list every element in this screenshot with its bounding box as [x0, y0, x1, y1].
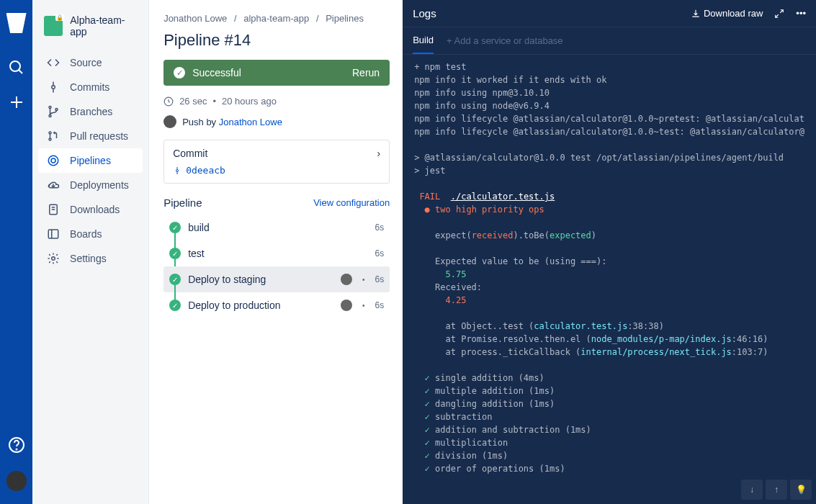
- step-success-icon: ✓: [169, 248, 181, 259]
- repo-avatar-icon: [44, 16, 63, 36]
- push-info: Push by Jonathon Lowe: [163, 115, 390, 128]
- commit-icon: [173, 166, 181, 175]
- pipeline-step[interactable]: ✓Deploy to staging•6s: [163, 266, 390, 292]
- branch-icon: [47, 105, 60, 118]
- rerun-button[interactable]: Rerun: [352, 67, 380, 78]
- sidebar-item-label: Branches: [70, 106, 112, 117]
- step-time: 6s: [375, 222, 384, 233]
- svg-point-11: [55, 109, 58, 111]
- add-service-button[interactable]: + Add a service or database: [447, 35, 563, 46]
- clock-icon: [163, 96, 174, 107]
- logs-footer: ↓ ↑ 💡: [403, 475, 816, 504]
- step-name: build: [188, 222, 367, 233]
- dl-icon: [47, 203, 60, 216]
- user-avatar[interactable]: [6, 471, 27, 491]
- pipeline-step[interactable]: ✓test6s: [163, 240, 390, 266]
- svg-point-24: [176, 169, 179, 171]
- logs-header: Logs Download raw •••: [403, 0, 816, 27]
- bitbucket-logo-icon[interactable]: [6, 13, 27, 33]
- step-name: test: [188, 248, 367, 259]
- lightbulb-icon[interactable]: 💡: [790, 480, 812, 500]
- step-success-icon: ✓: [169, 222, 181, 233]
- svg-point-15: [48, 156, 58, 166]
- ago-text: 20 hours ago: [222, 96, 277, 107]
- svg-point-12: [49, 132, 51, 134]
- sidebar-item-pull-requests[interactable]: Pull requests: [38, 124, 143, 148]
- sidebar-item-label: Source: [70, 57, 102, 68]
- success-check-icon: ✓: [174, 67, 185, 78]
- commit-icon: [47, 81, 60, 94]
- sidebar-item-downloads[interactable]: Downloads: [38, 197, 143, 222]
- download-raw-button[interactable]: Download raw: [691, 8, 763, 19]
- sidebar-item-branches[interactable]: Branches: [38, 99, 143, 124]
- sidebar-item-commits[interactable]: Commits: [38, 75, 143, 99]
- author-avatar: [163, 115, 176, 128]
- sidebar-item-label: Deployments: [70, 179, 129, 191]
- gear-icon: [47, 252, 60, 265]
- breadcrumb: Jonathon Lowe / alpha-team-app / Pipelin…: [163, 13, 390, 24]
- step-time: 6s: [375, 248, 384, 258]
- pipeline-step[interactable]: ✓build6s: [163, 215, 390, 240]
- step-time: 6s: [375, 274, 384, 284]
- deploy-icon: [47, 179, 60, 192]
- sidebar-item-label: Settings: [70, 253, 107, 264]
- step-name: Deploy to staging: [188, 274, 331, 285]
- step-avatar: [341, 274, 352, 285]
- commit-card-title: Commit: [173, 148, 207, 159]
- pr-icon: [47, 130, 60, 143]
- plus-icon[interactable]: [8, 94, 25, 111]
- svg-point-16: [51, 158, 55, 163]
- svg-point-10: [49, 115, 51, 117]
- sidebar-item-source[interactable]: Source: [38, 50, 143, 75]
- svg-line-1: [19, 70, 22, 73]
- commit-card[interactable]: Commit › 0deeacb: [163, 140, 390, 184]
- expand-icon[interactable]: [774, 9, 784, 19]
- more-icon[interactable]: •••: [796, 8, 806, 19]
- status-text: Successful: [192, 67, 241, 78]
- sidebar-item-label: Boards: [70, 228, 102, 240]
- step-success-icon: ✓: [169, 300, 181, 311]
- step-avatar: [341, 300, 352, 311]
- commit-hash-link[interactable]: 0deeacb: [186, 165, 225, 176]
- logs-output[interactable]: + npm test npm info it worked if it ends…: [403, 55, 816, 475]
- view-config-link[interactable]: View configuration: [313, 197, 390, 208]
- sidebar-item-settings[interactable]: Settings: [38, 246, 143, 271]
- repo-header[interactable]: Alpha-team-app: [38, 12, 143, 50]
- sidebar-item-pipelines[interactable]: Pipelines: [38, 148, 143, 173]
- step-success-icon: ✓: [169, 274, 181, 285]
- chevron-right-icon: ›: [377, 148, 380, 159]
- breadcrumb-section[interactable]: Pipelines: [326, 13, 364, 24]
- logs-tabs: Build + Add a service or database: [403, 27, 816, 55]
- sidebar-item-deployments[interactable]: Deployments: [38, 173, 143, 197]
- global-nav-rail: [0, 0, 32, 504]
- logs-title: Logs: [413, 7, 679, 19]
- help-icon[interactable]: [8, 436, 25, 454]
- svg-line-27: [781, 9, 784, 12]
- scroll-down-icon[interactable]: ↓: [741, 480, 763, 500]
- pipeline-step[interactable]: ✓Deploy to production•6s: [163, 292, 390, 318]
- sidebar-item-label: Pull requests: [70, 130, 128, 142]
- svg-rect-20: [48, 230, 58, 238]
- duration-text: 26 sec: [179, 96, 207, 107]
- sidebar-item-boards[interactable]: Boards: [38, 222, 143, 246]
- status-bar: ✓ Successful Rerun: [163, 60, 390, 86]
- svg-point-5: [16, 449, 17, 450]
- repo-name: Alpha-team-app: [70, 14, 137, 37]
- scroll-up-icon[interactable]: ↑: [766, 480, 787, 500]
- pipe-icon: [47, 154, 60, 167]
- step-time: 6s: [375, 300, 384, 310]
- sidebar-item-label: Commits: [70, 81, 109, 93]
- repo-sidebar: Alpha-team-app SourceCommitsBranchesPull…: [32, 0, 149, 504]
- breadcrumb-repo[interactable]: alpha-team-app: [243, 13, 309, 24]
- search-icon[interactable]: [8, 59, 25, 76]
- tab-build[interactable]: Build: [413, 27, 434, 54]
- sidebar-item-label: Pipelines: [70, 155, 111, 166]
- steps-title: Pipeline: [163, 197, 202, 209]
- svg-line-28: [776, 14, 779, 17]
- svg-point-22: [52, 257, 55, 261]
- author-link[interactable]: Jonathon Lowe: [219, 117, 282, 127]
- page-title: Pipeline #14: [163, 31, 390, 50]
- sidebar-item-label: Downloads: [70, 204, 120, 215]
- breadcrumb-owner[interactable]: Jonathon Lowe: [163, 13, 227, 24]
- svg-point-6: [52, 86, 55, 89]
